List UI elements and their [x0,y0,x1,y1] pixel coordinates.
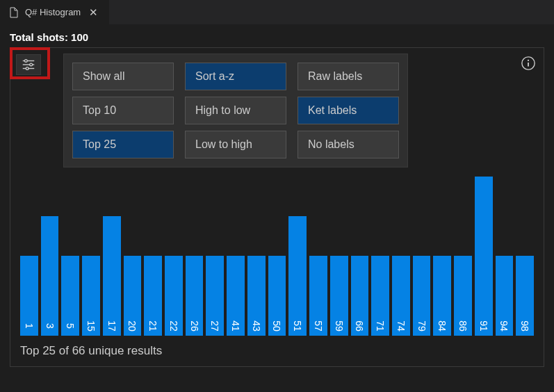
bar-label: 98 [519,320,530,332]
bar-label: 15 [85,320,97,332]
sort-group: Sort a-z High to low Low to high [185,63,286,158]
filter-top-25[interactable]: Top 25 [72,131,174,158]
bar-wrapper: 79 [413,79,431,336]
content-area: Total shots: 100 Show all Top 10 [0,24,554,374]
bar-label: 94 [498,320,510,332]
bar[interactable]: 74 [392,256,410,336]
bar-wrapper: 3 [41,79,59,336]
settings-button[interactable] [16,54,41,75]
bar[interactable]: 79 [413,256,431,336]
info-icon [521,56,536,71]
bar[interactable]: 94 [496,256,514,336]
sliders-icon [21,57,36,72]
bar-label: 1 [24,323,35,329]
bar[interactable]: 20 [124,256,142,336]
bar[interactable]: 57 [309,256,327,336]
bar[interactable]: 71 [371,256,389,336]
file-icon [8,7,19,18]
bar[interactable]: 98 [516,256,534,336]
labels-none[interactable]: No labels [298,131,399,158]
sort-low-to-high[interactable]: Low to high [185,131,286,158]
labels-raw[interactable]: Raw labels [298,63,399,90]
bar-label: 22 [168,320,179,332]
bar-label: 91 [478,320,489,332]
bar[interactable]: 3 [41,216,59,336]
bar-label: 50 [271,320,282,332]
bar[interactable]: 84 [433,256,451,336]
bar-label: 74 [396,320,407,332]
footer-text: Top 25 of 66 unique results [20,344,162,358]
bar-label: 21 [147,320,158,332]
bar-wrapper: 86 [454,79,472,336]
bar[interactable]: 59 [330,256,348,336]
bar-label: 86 [457,320,469,332]
tab-bar: Q# Histogram ✕ [0,0,554,24]
bar[interactable]: 91 [475,177,493,336]
bar[interactable]: 27 [206,256,224,336]
bar[interactable]: 66 [351,256,369,336]
svg-point-3 [25,60,28,63]
bar[interactable]: 5 [61,256,79,336]
bar-label: 5 [65,323,76,329]
tab-title: Q# Histogram [25,7,81,17]
bar[interactable]: 21 [144,256,162,336]
labels-group: Raw labels Ket labels No labels [298,63,399,158]
sort-a-z[interactable]: Sort a-z [185,63,286,90]
bar[interactable]: 17 [103,216,121,336]
bar-wrapper: 98 [516,79,534,336]
bar-label: 84 [437,320,448,332]
labels-ket[interactable]: Ket labels [298,97,399,124]
bar-wrapper: 94 [496,79,514,336]
filter-show-all[interactable]: Show all [72,63,174,90]
close-icon[interactable]: ✕ [86,5,101,20]
filter-top-10[interactable]: Top 10 [72,97,174,124]
bar[interactable]: 50 [268,256,286,336]
bar[interactable]: 86 [454,256,472,336]
bar-label: 43 [251,320,262,332]
filter-group: Show all Top 10 Top 25 [72,63,174,158]
bar-label: 26 [189,320,200,332]
bar-label: 20 [127,320,138,332]
bar-label: 17 [106,320,117,332]
bar[interactable]: 51 [288,216,307,336]
bar[interactable]: 26 [186,256,204,336]
bar[interactable]: 15 [82,256,100,336]
bar-label: 27 [209,320,220,332]
svg-point-4 [30,63,33,66]
bar-label: 71 [375,320,386,332]
bar[interactable]: 1 [20,256,38,336]
bar-wrapper: 91 [475,79,493,336]
bar-label: 59 [334,320,345,332]
bar-label: 41 [230,320,241,332]
info-button[interactable] [520,55,537,72]
tab-qsharp-histogram[interactable]: Q# Histogram ✕ [0,0,110,24]
bar-label: 3 [44,323,56,329]
options-panel: Show all Top 10 Top 25 Sort a-z High to … [63,54,408,168]
svg-point-5 [26,67,28,70]
bar[interactable]: 41 [227,256,245,336]
bar-label: 66 [354,320,365,332]
bar-label: 51 [292,320,303,332]
bar-wrapper: 84 [433,79,451,336]
chart-container: Show all Top 10 Top 25 Sort a-z High to … [10,47,544,367]
bar[interactable]: 43 [247,256,266,336]
svg-point-8 [528,60,529,61]
sort-high-to-low[interactable]: High to low [185,97,286,124]
bar-label: 79 [416,320,427,332]
total-shots-label: Total shots: 100 [10,31,544,43]
bar-label: 57 [313,320,324,332]
bar[interactable]: 22 [165,256,183,336]
bar-wrapper: 1 [20,79,38,336]
